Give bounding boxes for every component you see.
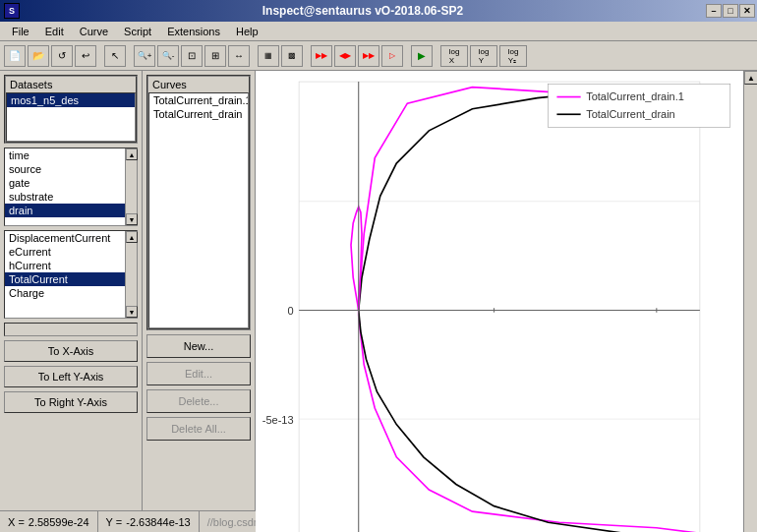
curves-title: Curves	[148, 77, 249, 92]
open-btn[interactable]: 📂	[28, 45, 49, 67]
x-coord-value: 2.58599e-24	[29, 516, 89, 528]
marker-btn4[interactable]: ▷	[381, 45, 403, 67]
close-btn[interactable]: ✕	[739, 4, 755, 18]
right-y-btn[interactable]: To Right Y-Axis	[4, 391, 138, 413]
curves-panel: Curves TotalCurrent_drain.1 TotalCurrent…	[143, 71, 256, 510]
marker-btn2[interactable]: ◀▶	[334, 45, 356, 67]
cursor-btn[interactable]: ↖	[104, 45, 126, 67]
datasets-title: Datasets	[6, 77, 136, 92]
h-scroll-container	[4, 323, 138, 336]
variables-list-container: time source gate substrate drain ▲ ▼	[4, 148, 138, 226]
play-btn[interactable]: ▶	[411, 45, 433, 67]
zoom-range-btn[interactable]: ↔	[228, 45, 250, 67]
quantities-list-container: DisplacementCurrent eCurrent hCurrent To…	[4, 230, 138, 319]
left-y-btn[interactable]: To Left Y-Axis	[4, 366, 138, 387]
svg-text:TotalCurrent_drain.1: TotalCurrent_drain.1	[586, 90, 684, 102]
qty-displacement[interactable]: DisplacementCurrent	[5, 231, 125, 245]
scroll-track-right	[744, 85, 757, 532]
variables-scrollbar[interactable]: ▲ ▼	[125, 148, 137, 225]
qty-totalcurrent[interactable]: TotalCurrent	[5, 272, 125, 286]
window-title: Inspect@sentaurus vO-2018.06-SP2	[20, 4, 706, 18]
scroll-up-chart[interactable]: ▲	[744, 71, 757, 85]
datasets-list[interactable]: mos1_n5_des	[6, 92, 136, 142]
y-coord-label: Y =	[106, 516, 123, 528]
refresh-btn[interactable]: ↺	[51, 45, 73, 67]
svg-text:-5e-13: -5e-13	[262, 414, 294, 426]
menu-bar: File Edit Curve Script Extensions Help	[0, 22, 757, 41]
menu-edit[interactable]: Edit	[37, 25, 72, 38]
scroll-track2[interactable]	[126, 243, 137, 306]
log-y-btn[interactable]: logY	[470, 45, 497, 67]
quantities-scrollbar[interactable]: ▲ ▼	[125, 231, 137, 318]
chart-svg: 0 -5e-13 0 5e-23 1e-22 TotalCurrent_drai…	[256, 71, 743, 532]
qty-charge[interactable]: Charge	[5, 286, 125, 300]
menu-script[interactable]: Script	[116, 25, 159, 38]
scroll-up-btn2[interactable]: ▲	[126, 231, 138, 243]
zoom-out-btn[interactable]: 🔍-	[157, 45, 179, 67]
curves-list[interactable]: TotalCurrent_drain.1 TotalCurrent_drain	[148, 92, 249, 328]
datasets-group: Datasets mos1_n5_des	[4, 75, 138, 144]
main-content: Datasets mos1_n5_des time source gate su…	[0, 71, 757, 510]
app-icon: S	[4, 3, 20, 19]
log-y2-btn[interactable]: logY₂	[499, 45, 527, 67]
grid2-btn[interactable]: ▩	[281, 45, 303, 67]
menu-help[interactable]: Help	[228, 25, 266, 38]
menu-curve[interactable]: Curve	[72, 25, 116, 38]
var-time[interactable]: time	[5, 148, 125, 162]
log-x-btn[interactable]: logX	[440, 45, 468, 67]
zoom-in-btn[interactable]: 🔍+	[134, 45, 155, 67]
toolbar: 📄 📂 ↺ ↩ ↖ 🔍+ 🔍- ⊡ ⊞ ↔ ▦ ▩ ▶▶ ◀▶ ▶▶ ▷ ▶ l…	[0, 41, 757, 71]
grid1-btn[interactable]: ▦	[258, 45, 279, 67]
y-coord-section: Y = -2.63844e-13	[98, 511, 200, 532]
x-coord-section: X = 2.58599e-24	[0, 511, 98, 532]
scroll-track[interactable]	[126, 160, 137, 213]
scroll-down-btn[interactable]: ▼	[126, 213, 138, 225]
y-coord-value: -2.63844e-13	[126, 516, 190, 528]
h-scrollbar[interactable]	[4, 323, 138, 336]
left-panel: Datasets mos1_n5_des time source gate su…	[0, 71, 143, 510]
x-axis-btn[interactable]: To X-Axis	[4, 340, 138, 362]
scroll-down-btn2[interactable]: ▼	[126, 306, 138, 318]
svg-text:TotalCurrent_drain: TotalCurrent_drain	[586, 108, 675, 120]
chart-area[interactable]: 0 -5e-13 0 5e-23 1e-22 TotalCurrent_drai…	[256, 71, 743, 532]
curve-item-1[interactable]: TotalCurrent_drain.1	[149, 93, 248, 107]
maximize-btn[interactable]: □	[723, 4, 738, 18]
qty-hcurrent[interactable]: hCurrent	[5, 259, 125, 272]
var-source[interactable]: source	[5, 162, 125, 176]
svg-text:0: 0	[287, 305, 293, 317]
new-file-btn[interactable]: 📄	[4, 45, 26, 67]
scroll-up-btn[interactable]: ▲	[126, 148, 138, 160]
delete-all-curves-btn[interactable]: Delete All...	[146, 417, 251, 441]
minimize-btn[interactable]: –	[706, 4, 722, 18]
var-substrate[interactable]: substrate	[5, 190, 125, 204]
menu-extensions[interactable]: Extensions	[159, 25, 228, 38]
fit-btn[interactable]: ⊡	[181, 45, 203, 67]
dataset-item[interactable]: mos1_n5_des	[7, 93, 135, 107]
chart-inner: 0 -5e-13 0 5e-23 1e-22 TotalCurrent_drai…	[256, 71, 757, 532]
qty-ecurrent[interactable]: eCurrent	[5, 245, 125, 259]
delete-curve-btn[interactable]: Delete...	[146, 389, 251, 413]
new-curve-btn[interactable]: New...	[146, 334, 251, 358]
chart-scrollbar-right[interactable]: ▲ ▼	[743, 71, 757, 532]
title-bar: S Inspect@sentaurus vO-2018.06-SP2 – □ ✕	[0, 0, 757, 22]
zoom-box-btn[interactable]: ⊞	[204, 45, 226, 67]
var-drain[interactable]: drain	[5, 204, 125, 217]
edit-curve-btn[interactable]: Edit...	[146, 362, 251, 385]
variables-list[interactable]: time source gate substrate drain	[5, 148, 125, 225]
chart-wrapper: 0 -5e-13 0 5e-23 1e-22 TotalCurrent_drai…	[256, 71, 757, 510]
curves-group: Curves TotalCurrent_drain.1 TotalCurrent…	[146, 75, 251, 330]
marker-btn3[interactable]: ▶▶	[358, 45, 379, 67]
curve-item-2[interactable]: TotalCurrent_drain	[149, 107, 248, 121]
quantities-list[interactable]: DisplacementCurrent eCurrent hCurrent To…	[5, 231, 125, 318]
marker-btn1[interactable]: ▶▶	[311, 45, 332, 67]
menu-file[interactable]: File	[4, 25, 37, 38]
x-coord-label: X =	[8, 516, 25, 528]
undo-btn[interactable]: ↩	[75, 45, 96, 67]
var-gate[interactable]: gate	[5, 176, 125, 190]
